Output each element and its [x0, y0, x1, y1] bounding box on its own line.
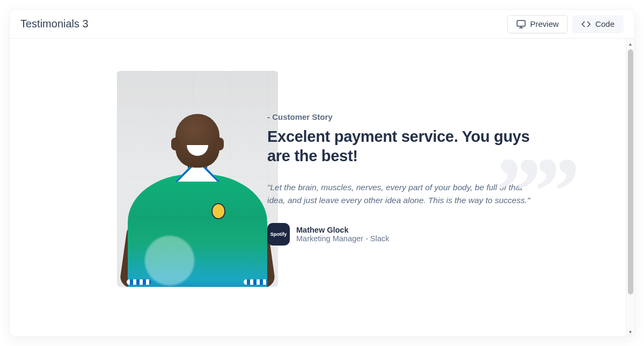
avatar: Spotify [267, 223, 290, 246]
page-title: Testimonials 3 [20, 18, 89, 30]
testimonial-text: - Customer Story Excelent payment servic… [267, 71, 536, 287]
preview-canvas: - Customer Story Excelent payment servic… [10, 39, 626, 336]
svg-rect-0 [517, 20, 525, 26]
testimonial-photo [117, 71, 278, 287]
eyebrow-label: - Customer Story [267, 112, 536, 121]
person-illustration [128, 110, 267, 287]
preview-tab-label: Preview [530, 19, 559, 28]
photo-column [63, 71, 224, 287]
monitor-icon [516, 19, 526, 29]
testimonial-row: - Customer Story Excelent payment servic… [63, 71, 572, 287]
author-name: Mathew Glock [296, 226, 389, 234]
scroll-thumb[interactable] [628, 49, 633, 294]
preview-tab[interactable]: Preview [507, 15, 568, 33]
content-wrap: - Customer Story Excelent payment servic… [10, 39, 634, 336]
testimonial-quote: "Let the brain, muscles, nerves, every p… [267, 181, 536, 207]
component-preview-frame: Testimonials 3 Preview Code [10, 10, 634, 336]
preview-scrollbar[interactable]: ▴ ▾ [626, 39, 634, 336]
scroll-track[interactable] [626, 48, 634, 327]
view-toggle: Preview Code [507, 15, 624, 33]
author-meta: Mathew Glock Marketing Manager - Slack [296, 226, 389, 243]
code-icon [581, 19, 591, 29]
scroll-down-icon[interactable]: ▾ [626, 327, 634, 336]
topbar: Testimonials 3 Preview Code [10, 10, 634, 39]
scroll-up-icon[interactable]: ▴ [626, 39, 634, 48]
author-role: Marketing Manager - Slack [296, 234, 389, 243]
code-tab[interactable]: Code [572, 15, 624, 33]
code-tab-label: Code [595, 19, 614, 28]
